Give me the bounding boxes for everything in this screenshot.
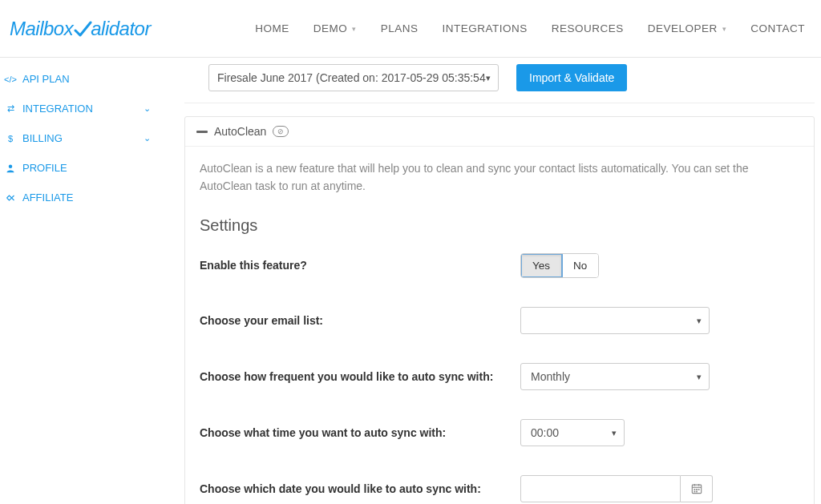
chevron-down-icon: ⌄ <box>144 133 151 143</box>
user-icon <box>5 163 16 173</box>
time-label: Choose what time you want to auto sync w… <box>200 426 520 439</box>
sidebar: </> API PLAN ⇄ INTEGRATION ⌄ $ BILLING ⌄… <box>0 58 159 504</box>
panel-description: AutoClean is a new feature that will hel… <box>200 159 799 196</box>
nav-home[interactable]: HOME <box>255 22 289 34</box>
import-row: Firesale June 2017 (Created on: 2017-05-… <box>184 64 815 103</box>
svg-rect-8 <box>694 490 695 492</box>
date-input-group <box>520 475 713 502</box>
sidebar-item-profile[interactable]: PROFILE <box>0 153 159 183</box>
link-icon: ⊘ <box>273 126 289 137</box>
sidebar-item-integration[interactable]: ⇄ INTEGRATION ⌄ <box>0 94 159 123</box>
chevron-down-icon: ▾ <box>722 25 727 33</box>
svg-point-0 <box>9 164 13 168</box>
date-input[interactable] <box>520 475 681 502</box>
panel-title: AutoClean <box>214 125 266 138</box>
svg-rect-7 <box>698 489 699 490</box>
calendar-icon <box>691 483 702 494</box>
sidebar-item-label: PROFILE <box>22 162 67 174</box>
contact-list-select[interactable]: Firesale June 2017 (Created on: 2017-05-… <box>208 64 499 91</box>
email-list-label: Choose your email list: <box>200 314 520 327</box>
panel-body: AutoClean is a new feature that will hel… <box>185 147 814 504</box>
logo-text-m: M <box>10 18 26 40</box>
sidebar-item-label: API PLAN <box>22 73 70 85</box>
panel-header[interactable]: AutoClean ⊘ <box>185 117 814 147</box>
logo-text-end: alidator <box>91 18 151 40</box>
nav-resources[interactable]: RESOURCES <box>552 22 624 34</box>
date-label: Choose which date you would like to auto… <box>200 482 520 495</box>
import-validate-button[interactable]: Import & Validate <box>516 64 627 91</box>
sync-icon: ⇄ <box>5 103 16 114</box>
svg-rect-5 <box>694 489 695 490</box>
svg-rect-6 <box>696 489 698 490</box>
toggle-yes-button[interactable]: Yes <box>521 254 562 277</box>
row-date: Choose which date you would like to auto… <box>200 468 799 504</box>
toggle-no-button[interactable]: No <box>562 254 598 277</box>
sidebar-item-label: BILLING <box>22 132 63 144</box>
handshake-icon <box>5 193 16 203</box>
time-select[interactable]: 00:00 <box>520 419 625 446</box>
sidebar-item-label: AFFILIATE <box>22 192 73 204</box>
chevron-down-icon: ⌄ <box>144 103 151 114</box>
chevron-down-icon: ▾ <box>352 25 357 33</box>
nav-developer-label: DEVELOPER <box>648 22 718 34</box>
top-nav: M ailbox alidator HOME DEMO ▾ PLANS INTE… <box>0 0 821 58</box>
row-frequency: Choose how frequent you would like to au… <box>200 356 799 397</box>
date-picker-button[interactable] <box>681 475 713 502</box>
enable-toggle-group: Yes No <box>520 253 599 278</box>
row-enable-feature: Enable this feature? Yes No <box>200 246 799 285</box>
main-content: Firesale June 2017 (Created on: 2017-05-… <box>159 58 821 504</box>
nav-contact[interactable]: CONTACT <box>750 22 805 34</box>
contact-list-select-wrap: Firesale June 2017 (Created on: 2017-05-… <box>208 64 499 91</box>
dollar-icon: $ <box>5 134 16 143</box>
logo-text-rest: ailbox <box>26 18 74 40</box>
nav-demo-label: DEMO <box>313 22 348 34</box>
nav-developer[interactable]: DEVELOPER ▾ <box>648 22 727 34</box>
logo-check-icon <box>73 19 92 38</box>
row-email-list: Choose your email list: <box>200 300 799 341</box>
primary-nav: HOME DEMO ▾ PLANS INTEGRATIONS RESOURCES… <box>255 22 813 34</box>
frequency-select[interactable]: Monthly <box>520 363 710 390</box>
enable-label: Enable this feature? <box>200 259 520 272</box>
sidebar-item-affiliate[interactable]: AFFILIATE <box>0 183 159 212</box>
settings-heading: Settings <box>200 216 799 235</box>
email-list-select[interactable] <box>520 307 710 334</box>
nav-integrations[interactable]: INTEGRATIONS <box>442 22 527 34</box>
autoclean-panel: AutoClean ⊘ AutoClean is a new feature t… <box>184 116 815 504</box>
collapse-icon <box>196 131 208 133</box>
row-time: Choose what time you want to auto sync w… <box>200 412 799 454</box>
nav-demo[interactable]: DEMO ▾ <box>313 22 357 34</box>
svg-rect-9 <box>696 490 698 492</box>
sidebar-item-billing[interactable]: $ BILLING ⌄ <box>0 123 159 153</box>
sidebar-item-api-plan[interactable]: </> API PLAN <box>0 64 159 94</box>
frequency-label: Choose how frequent you would like to au… <box>200 370 520 383</box>
logo[interactable]: M ailbox alidator <box>8 18 151 40</box>
sidebar-item-label: INTEGRATION <box>22 103 93 115</box>
nav-plans[interactable]: PLANS <box>381 22 419 34</box>
code-icon: </> <box>5 75 16 84</box>
